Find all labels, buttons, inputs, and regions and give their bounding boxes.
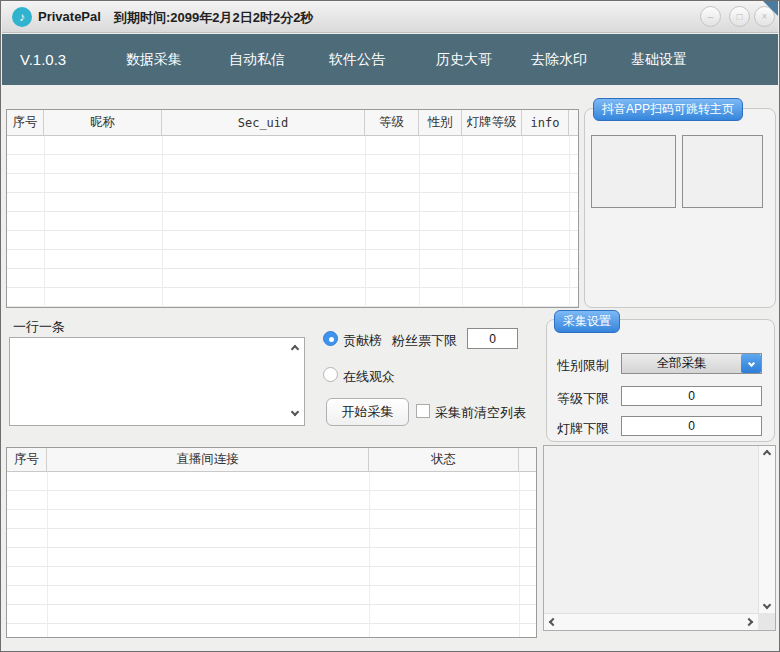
clear-before-collect-checkbox[interactable]: [416, 404, 430, 418]
level-min-label: 等级下限: [557, 390, 609, 408]
log-panel: [543, 445, 776, 631]
column-header-badge-level[interactable]: 灯牌等级: [462, 110, 522, 135]
column-header-info[interactable]: info: [522, 110, 569, 135]
column-header-index[interactable]: 序号: [7, 110, 44, 135]
column-header-level[interactable]: 等级: [365, 110, 419, 135]
badge-min-label: 灯牌下限: [557, 420, 609, 438]
user-table: 序号 昵称 Sec_uid 等级 性别 灯牌等级 info: [6, 109, 579, 308]
one-per-line-label: 一行一条: [13, 318, 65, 336]
nav-item-settings[interactable]: 基础设置: [631, 51, 687, 69]
scroll-up-icon[interactable]: [763, 450, 771, 458]
gender-limit-value: 全部采集: [622, 355, 741, 372]
qr-panel-label: 抖音APP扫码可跳转主页: [593, 98, 743, 121]
nav-item-auto-message[interactable]: 自动私信: [229, 51, 285, 69]
online-viewers-label: 在线观众: [343, 368, 395, 386]
column-header-room-link[interactable]: 直播间连接: [47, 448, 369, 471]
column-header-gender[interactable]: 性别: [419, 110, 462, 135]
fan-ticket-min-label: 粉丝票下限: [392, 332, 457, 350]
column-header-nickname[interactable]: 昵称: [44, 110, 162, 135]
chevron-down-icon: [747, 360, 754, 367]
nav-item-watermark[interactable]: 去除水印: [531, 51, 587, 69]
nav-item-history[interactable]: 历史大哥: [436, 51, 492, 69]
app-window: ♪ PrivatePal 到期时间:2099年2月2日2时2分2秒 – □ × …: [0, 0, 780, 652]
collect-settings-label: 采集设置: [554, 310, 620, 333]
column-header-index[interactable]: 序号: [7, 448, 47, 471]
scrollbar-strip[interactable]: [519, 448, 536, 471]
scrollbar-strip[interactable]: [569, 110, 578, 135]
start-collect-button[interactable]: 开始采集: [326, 398, 409, 426]
minimize-button[interactable]: –: [700, 6, 721, 27]
room-table: 序号 直播间连接 状态: [6, 447, 537, 638]
online-viewers-radio[interactable]: [323, 367, 338, 382]
collect-settings-panel: 采集设置 性别限制 全部采集 等级下限 灯牌下限: [546, 319, 775, 442]
horizontal-scrollbar[interactable]: [544, 613, 758, 630]
scrollbar-corner: [758, 613, 775, 630]
nav-bar: V.1.0.3 数据采集 自动私信 软件公告 历史大哥 去除水印 基础设置: [2, 34, 778, 85]
clear-before-collect-label: 采集前清空列表: [435, 404, 526, 422]
user-table-body: [7, 136, 578, 307]
app-logo-icon: ♪: [12, 7, 32, 27]
title-bar: ♪ PrivatePal 到期时间:2099年2月2日2时2分2秒 – □ ×: [2, 1, 778, 33]
level-min-input[interactable]: [621, 386, 762, 406]
scroll-down-icon[interactable]: [763, 601, 771, 609]
gender-limit-select[interactable]: 全部采集: [621, 353, 762, 374]
gender-limit-label: 性别限制: [557, 357, 609, 375]
nav-item-data-collect[interactable]: 数据采集: [126, 51, 182, 69]
expiry-time-text: 到期时间:2099年2月2日2时2分2秒: [114, 9, 313, 27]
column-header-status[interactable]: 状态: [369, 448, 519, 471]
dropdown-button[interactable]: [741, 354, 761, 373]
maximize-button[interactable]: □: [729, 6, 750, 27]
scroll-left-icon[interactable]: [549, 618, 557, 626]
corner-decoration: [763, 1, 778, 16]
scroll-up-icon[interactable]: [291, 345, 299, 353]
qr-panel: 抖音APP扫码可跳转主页: [584, 108, 776, 308]
nav-item-announcement[interactable]: 软件公告: [329, 51, 385, 69]
fan-ticket-min-input[interactable]: [467, 328, 518, 349]
badge-min-input[interactable]: [621, 416, 762, 436]
scroll-down-icon[interactable]: [291, 408, 299, 416]
vertical-scrollbar[interactable]: [758, 446, 775, 613]
room-table-header: 序号 直播间连接 状态: [7, 448, 536, 472]
contribution-rank-label: 贡献榜: [343, 332, 382, 350]
scroll-right-icon[interactable]: [745, 618, 753, 626]
contribution-rank-radio[interactable]: [323, 331, 338, 346]
user-table-header: 序号 昵称 Sec_uid 等级 性别 灯牌等级 info: [7, 110, 578, 136]
qr-code-placeholder-1: [591, 135, 676, 208]
room-table-body: [7, 472, 536, 637]
qr-code-placeholder-2: [682, 135, 763, 208]
app-title: PrivatePal: [38, 9, 101, 24]
version-label: V.1.0.3: [20, 51, 66, 68]
column-header-secuid[interactable]: Sec_uid: [162, 110, 365, 135]
room-links-textarea[interactable]: [9, 337, 305, 426]
